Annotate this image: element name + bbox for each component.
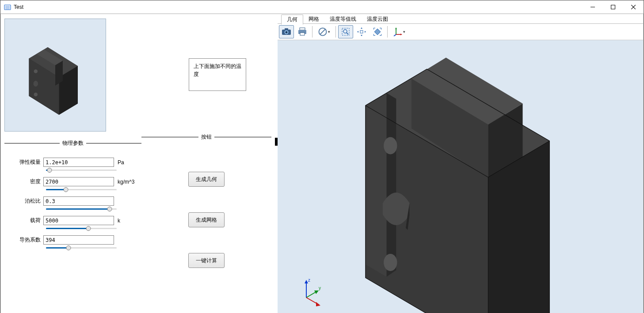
- param-load-row: 载荷 k: [18, 216, 137, 225]
- param-thermal-slider[interactable]: [18, 247, 137, 249]
- svg-rect-19: [300, 33, 305, 35]
- param-thermal-label: 导热系数: [18, 236, 43, 244]
- svg-marker-30: [400, 34, 402, 35]
- print-tool[interactable]: [295, 25, 310, 38]
- tab-geometry[interactable]: 几何: [281, 15, 303, 25]
- fit-icon: [373, 27, 382, 36]
- axis-triad: z y x: [297, 275, 328, 306]
- params-column: 物理参数 弹性模量 Pa 密度: [4, 132, 141, 268]
- params-legend: 物理参数: [60, 140, 86, 147]
- axes-tool[interactable]: ▾: [390, 25, 408, 38]
- svg-line-21: [320, 29, 325, 34]
- param-thermal-row: 导热系数: [18, 235, 137, 245]
- param-density-row: 密度 kg/m^3: [18, 177, 137, 186]
- param-load-slider[interactable]: [18, 228, 137, 229]
- tab-isotherm[interactable]: 温度等值线: [324, 15, 362, 24]
- axis-z-label: z: [308, 278, 310, 283]
- axis-x-label: x: [320, 305, 322, 306]
- nosymbol-tool[interactable]: ▾: [315, 25, 333, 38]
- tab-mesh[interactable]: 网格: [303, 15, 324, 24]
- param-elastic-row: 弹性模量 Pa: [18, 158, 137, 167]
- dropdown-caret-icon: ▾: [328, 30, 330, 34]
- param-density-input[interactable]: [43, 177, 114, 186]
- svg-marker-28: [395, 27, 397, 29]
- note-box: 上下面施加不同的温度: [189, 58, 246, 91]
- svg-point-11: [34, 69, 38, 73]
- left-panel: 上下面施加不同的温度 物理参数 弹性模量: [1, 14, 275, 313]
- svg-point-16: [286, 31, 288, 34]
- app-icon: [4, 4, 11, 11]
- param-poisson-input[interactable]: [43, 196, 114, 206]
- param-elastic-label: 弹性模量: [18, 158, 43, 166]
- no-entry-icon: [318, 27, 327, 36]
- geometry-viewport[interactable]: z y x: [278, 40, 643, 313]
- svg-line-31: [394, 34, 396, 36]
- zoom-box-icon: [341, 27, 350, 36]
- viewport-toolbar: ▾: [278, 24, 643, 40]
- param-load-label: 载荷: [18, 217, 43, 224]
- pan-icon: [357, 27, 366, 36]
- view-tabs: 几何 网格 温度等值线 温度云图: [278, 14, 643, 24]
- params-legend-row: 物理参数: [4, 140, 141, 147]
- param-poisson-label: 泊松比: [18, 197, 43, 205]
- svg-marker-26: [374, 29, 381, 35]
- geometry-thumbnail: [4, 19, 106, 132]
- buttons-list: 生成几何 生成网格 一键计算: [188, 145, 225, 268]
- note-column: 上下面施加不同的温度: [106, 19, 271, 132]
- svg-marker-44: [305, 280, 308, 283]
- screenshot-tool[interactable]: [279, 25, 294, 38]
- param-load-input[interactable]: [43, 216, 114, 225]
- svg-point-12: [34, 93, 38, 97]
- svg-rect-17: [300, 28, 305, 30]
- param-thermal-input[interactable]: [43, 235, 114, 245]
- param-density-slider[interactable]: [18, 189, 137, 190]
- toolbar-separator-1: [312, 26, 312, 38]
- right-panel: 几何 网格 温度等值线 温度云图: [278, 14, 643, 313]
- param-density-unit: kg/m^3: [114, 179, 134, 185]
- svg-point-23: [343, 30, 347, 33]
- buttons-legend: 按钮: [198, 133, 214, 141]
- param-density-label: 密度: [18, 178, 43, 185]
- left-lower: 物理参数 弹性模量 Pa 密度: [4, 132, 271, 268]
- geometry-render: [278, 40, 643, 313]
- buttons-column: 按钮 生成几何 生成网格 一键计算: [141, 132, 271, 268]
- window-title: Test: [14, 4, 23, 10]
- params-block: 弹性模量 Pa 密度 kg/m^3: [4, 151, 141, 249]
- titlebar: Test: [0, 0, 644, 14]
- zoom-region-tool[interactable]: [338, 25, 353, 38]
- svg-rect-14: [285, 28, 288, 30]
- note-text: 上下面施加不同的温度: [194, 63, 241, 77]
- svg-rect-2: [611, 5, 615, 9]
- param-elastic-unit: Pa: [114, 159, 124, 166]
- main-window: Test: [0, 0, 644, 313]
- svg-line-24: [347, 33, 348, 34]
- dropdown-caret-icon: ▾: [403, 30, 405, 34]
- fit-tool[interactable]: [370, 25, 385, 38]
- left-top-row: 上下面施加不同的温度: [4, 19, 271, 132]
- axis-y-label: y: [319, 286, 321, 290]
- printer-icon: [297, 27, 307, 36]
- minimize-button[interactable]: [583, 0, 603, 14]
- svg-point-41: [384, 137, 397, 154]
- gen-mesh-button[interactable]: 生成网格: [188, 212, 225, 227]
- param-poisson-slider[interactable]: [18, 208, 137, 210]
- param-poisson-row: 泊松比: [18, 196, 137, 206]
- maximize-button[interactable]: [603, 0, 623, 14]
- one-click-button[interactable]: 一键计算: [188, 253, 225, 268]
- close-button[interactable]: [623, 0, 644, 14]
- tab-cloud[interactable]: 温度云图: [362, 15, 393, 24]
- client-area: 上下面施加不同的温度 物理参数 弹性模量: [0, 14, 644, 313]
- toolbar-separator-3: [387, 26, 388, 38]
- svg-point-42: [384, 254, 397, 271]
- param-elastic-slider[interactable]: [18, 170, 137, 171]
- gen-geometry-button[interactable]: 生成几何: [188, 172, 225, 187]
- pan-tool[interactable]: [354, 25, 369, 38]
- svg-rect-25: [360, 30, 363, 33]
- camera-icon: [282, 28, 291, 36]
- buttons-legend-row: 按钮: [141, 133, 271, 141]
- param-load-unit: k: [114, 218, 120, 224]
- toolbar-separator-2: [335, 26, 336, 38]
- param-elastic-input[interactable]: [43, 158, 114, 167]
- axes-icon: [393, 27, 402, 36]
